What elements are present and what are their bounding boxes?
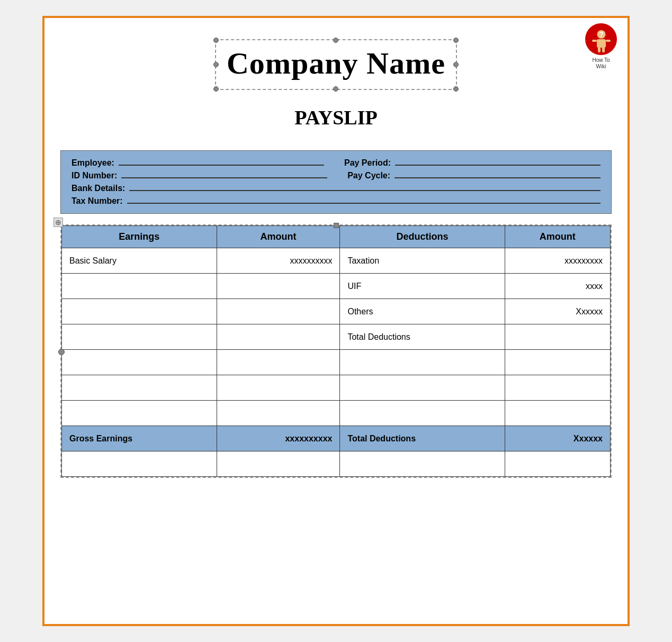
pay-cycle-line bbox=[395, 177, 601, 178]
earning-amount-5 bbox=[217, 375, 340, 401]
outer-frame: ? How To Wiki Company Name PAYSLIP Emplo… bbox=[42, 16, 630, 626]
deduction-5 bbox=[340, 375, 505, 401]
earning-amount-3 bbox=[217, 324, 340, 350]
table-handle-mid bbox=[334, 223, 339, 228]
earning-4 bbox=[62, 350, 217, 375]
title-area: Company Name PAYSLIP bbox=[60, 29, 612, 150]
col-amount2: Amount bbox=[505, 226, 610, 248]
last-earning-amount bbox=[217, 451, 340, 477]
earning-amount-6 bbox=[217, 401, 340, 426]
earning-3 bbox=[62, 324, 217, 350]
deduction-amount-4 bbox=[505, 350, 610, 375]
employee-label: Employee: bbox=[71, 158, 114, 168]
handle-bc bbox=[333, 86, 338, 92]
earning-1 bbox=[62, 274, 217, 299]
earning-amount-1 bbox=[217, 274, 340, 299]
id-row: ID Number: Pay Cycle: bbox=[71, 171, 601, 180]
employee-info-section: Employee: Pay Period: ID Number: Pay Cyc… bbox=[60, 150, 612, 214]
total-deductions-amount: Xxxxxx bbox=[505, 426, 610, 451]
earning-amount-4 bbox=[217, 350, 340, 375]
col-earnings: Earnings bbox=[62, 226, 217, 248]
deduction-0: Taxation bbox=[340, 248, 505, 274]
deduction-amount-6 bbox=[505, 401, 610, 426]
deduction-6 bbox=[340, 401, 505, 426]
company-selection-box: Company Name bbox=[215, 39, 457, 90]
table-row: UIF xxxx bbox=[62, 274, 611, 299]
company-name: Company Name bbox=[227, 46, 445, 81]
deduction-amount-3 bbox=[505, 324, 610, 350]
handle-tc bbox=[333, 38, 338, 43]
employee-line bbox=[119, 165, 324, 166]
id-number-line bbox=[121, 177, 327, 178]
pay-period-line bbox=[395, 165, 601, 166]
table-row bbox=[62, 401, 611, 426]
table-row bbox=[62, 375, 611, 401]
last-earning bbox=[62, 451, 217, 477]
pay-period-label: Pay Period: bbox=[344, 158, 391, 168]
payslip-title: PAYSLIP bbox=[92, 106, 580, 129]
payslip-table: Earnings Amount Deductions Amount Basic … bbox=[61, 225, 611, 477]
tax-row: Tax Number: bbox=[71, 196, 601, 206]
earning-5 bbox=[62, 375, 217, 401]
last-deduction bbox=[340, 451, 505, 477]
bank-details-label: Bank Details: bbox=[71, 184, 125, 193]
total-deductions-label: Total Deductions bbox=[340, 426, 505, 451]
id-number-label: ID Number: bbox=[71, 171, 117, 180]
deduction-amount-2: Xxxxxx bbox=[505, 299, 610, 324]
col-amount1: Amount bbox=[217, 226, 340, 248]
table-row: Basic Salary xxxxxxxxxx Taxation xxxxxxx… bbox=[62, 248, 611, 274]
deduction-amount-0: xxxxxxxxx bbox=[505, 248, 610, 274]
pay-cycle-label: Pay Cycle: bbox=[347, 171, 390, 180]
earning-amount-2 bbox=[217, 299, 340, 324]
handle-tr bbox=[453, 38, 459, 43]
gross-earnings-label: Gross Earnings bbox=[62, 426, 217, 451]
table-row: Others Xxxxxx bbox=[62, 299, 611, 324]
summary-row: Gross Earnings xxxxxxxxxx Total Deductio… bbox=[62, 426, 611, 451]
employee-row: Employee: Pay Period: bbox=[71, 158, 601, 168]
earning-0: Basic Salary bbox=[62, 248, 217, 274]
handle-ml bbox=[213, 62, 219, 67]
side-handle bbox=[58, 349, 65, 355]
table-row: Total Deductions bbox=[62, 324, 611, 350]
bank-row: Bank Details: bbox=[71, 184, 601, 193]
tax-number-line bbox=[127, 203, 601, 204]
gross-earnings-amount: xxxxxxxxxx bbox=[217, 426, 340, 451]
deduction-2: Others bbox=[340, 299, 505, 324]
deduction-3: Total Deductions bbox=[340, 324, 505, 350]
bank-details-line bbox=[129, 190, 601, 191]
handle-br bbox=[453, 86, 459, 92]
handle-tl bbox=[213, 38, 219, 43]
deduction-1: UIF bbox=[340, 274, 505, 299]
handle-bl bbox=[213, 86, 219, 92]
last-deduction-amount bbox=[505, 451, 610, 477]
table-row bbox=[62, 451, 611, 477]
handle-mr bbox=[453, 62, 459, 67]
deduction-4 bbox=[340, 350, 505, 375]
table-header-row: Earnings Amount Deductions Amount bbox=[62, 226, 611, 248]
earning-6 bbox=[62, 401, 217, 426]
deduction-amount-5 bbox=[505, 375, 610, 401]
move-handle[interactable]: ⊕ bbox=[53, 218, 63, 227]
earning-2 bbox=[62, 299, 217, 324]
tax-number-label: Tax Number: bbox=[71, 196, 123, 206]
table-row bbox=[62, 350, 611, 375]
deduction-amount-1: xxxx bbox=[505, 274, 610, 299]
table-wrapper: ⊕ Earnings Amount Deductions Amount Basi… bbox=[60, 224, 612, 478]
earning-amount-0: xxxxxxxxxx bbox=[217, 248, 340, 274]
col-deductions: Deductions bbox=[340, 226, 505, 248]
